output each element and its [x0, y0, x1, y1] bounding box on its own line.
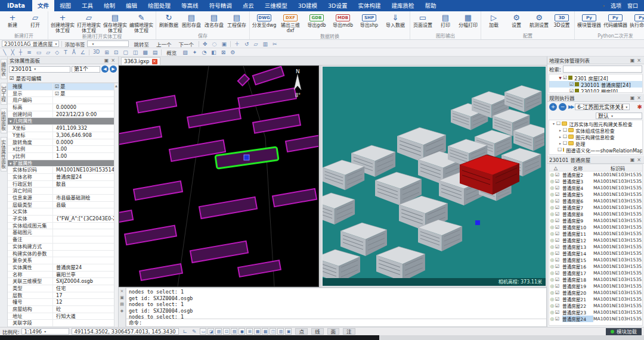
checkbox[interactable]: ☑ [555, 251, 561, 256]
anchor-tool-icon[interactable]: Å [71, 49, 77, 55]
expander-icon[interactable]: ▾ [551, 121, 556, 126]
globe-icon[interactable]: ◎ [549, 192, 555, 197]
2d-map-viewport[interactable]: N 8° [119, 65, 319, 287]
3d-viewport[interactable]: 相机高程: 373.11米 [321, 65, 547, 287]
checkbox[interactable]: ☑ [555, 270, 561, 276]
globe-icon[interactable]: ◎ [549, 224, 555, 230]
next-entity-button[interactable]: ▶ [110, 65, 117, 73]
menu-item[interactable]: 等高线 [176, 0, 204, 11]
property-row[interactable]: 实体名称 普通房屋24 [8, 174, 118, 181]
checkbox[interactable]: ☑ [555, 172, 561, 177]
copy-icon[interactable]: ▱ [252, 41, 259, 47]
entity-row[interactable]: ◎ ☑ 普通房屋16 MA1001NE103H1535... [549, 263, 642, 270]
mode-point-button[interactable]: 点 [295, 328, 308, 335]
pan-icon[interactable]: ✥ [202, 41, 209, 47]
tree-row[interactable]: ☑ 230102 棚房[0] [549, 88, 642, 93]
ribbon-button[interactable]: +创建地理实体工程 [49, 12, 76, 33]
globe-icon[interactable]: ◎ [549, 290, 555, 295]
property-row[interactable]: 实体构建方式 [8, 244, 118, 251]
rule-default-select[interactable]: 默认▾ [596, 113, 642, 119]
toggle-fill-icon[interactable]: ◪ [208, 328, 214, 335]
property-row[interactable]: y比例 1.00 [8, 153, 118, 160]
entity-row[interactable]: ◎ ☑ 普通房屋7 MA1001NE103H1535... [549, 204, 642, 211]
dock-tab-3d-project[interactable]: 3D工程 [1, 83, 7, 105]
command-input[interactable]: 命令: [126, 319, 547, 327]
globe-icon[interactable]: ◎ [549, 205, 555, 210]
toggle-shade-icon[interactable]: ▧ [231, 328, 237, 335]
menu-item[interactable]: 视图 [54, 0, 76, 11]
property-row[interactable]: 消亡时间 [8, 188, 118, 195]
globe-icon[interactable]: ◎ [549, 297, 555, 302]
property-row[interactable]: 标高 0.00000 [8, 104, 118, 111]
tree-row[interactable]: ▸ ☐ 图元构建信息检查 [549, 133, 642, 140]
remove-rule-button[interactable]: − [559, 103, 566, 111]
menu-item[interactable]: 建库质检 [386, 0, 419, 11]
globe-icon[interactable]: ◎ [549, 283, 555, 289]
menu-item[interactable]: 帮助 [419, 0, 441, 11]
ribbon-button[interactable]: Py代码编辑器 [602, 12, 628, 28]
prev-entity-button[interactable]: ◀ [101, 65, 109, 73]
ribbon-button[interactable]: ⇓导入数据 [382, 12, 408, 28]
checkbox[interactable]: ☑ [555, 283, 561, 289]
entity-row[interactable]: ◎ ☑ 普通房屋6 MA1001NE103H1535... [549, 198, 642, 204]
expander-icon[interactable]: ▼ [558, 76, 563, 80]
ribbon-button[interactable]: DXF输出三维dxf [277, 12, 304, 33]
float-panel-icon[interactable]: ▣ [629, 95, 636, 101]
image-tool-icon[interactable]: ▩ [141, 49, 149, 55]
entity-row[interactable]: ◎ ☑ 普通房屋5 MA1001NE103H1535... [549, 191, 642, 198]
close-icon[interactable]: × [636, 58, 642, 63]
paste-icon[interactable]: ▥ [261, 41, 269, 47]
ribbon-button[interactable]: ▱打开 [24, 12, 47, 28]
entity-row[interactable]: ◎ ☑ 普通房屋22 MA1001NE103H1535... [549, 302, 642, 309]
checkbox[interactable]: ☑ [555, 264, 561, 269]
globe-icon[interactable]: ◎ [549, 270, 555, 276]
polyline-tool-icon[interactable]: ╳ [10, 49, 15, 55]
property-row[interactable]: X坐标 491,109.332 [8, 125, 118, 132]
property-row[interactable]: 实体属性 普通房屋24 [8, 264, 118, 272]
toggle-grid-icon[interactable]: ⊞ [246, 328, 253, 335]
menu-item[interactable]: 3D建模 [293, 0, 323, 11]
checkbox[interactable]: ☐ [558, 147, 562, 152]
close-icon[interactable]: × [152, 59, 157, 64]
prev-button[interactable]: 上一个 [154, 40, 174, 48]
property-row[interactable]: 旋转角度 0.0000 [8, 139, 118, 146]
checkbox[interactable]: ☑ [563, 75, 567, 80]
globe-icon[interactable]: ◎ [549, 238, 555, 243]
entity-row[interactable]: ◎ ☑ 普通房屋9 MA1001NE103H1535... [549, 217, 642, 224]
property-row[interactable]: Y坐标 3,306,646.908 [8, 132, 118, 139]
checkbox[interactable]: ☑ [555, 185, 561, 191]
rotate-icon[interactable]: ↺ [243, 41, 250, 47]
menu-item[interactable]: 编辑 [120, 0, 143, 11]
checkbox[interactable]: ☑ [555, 297, 561, 302]
entity-row[interactable]: ◎ ☑ 普通房屋2 MA1001NE103H1535... [549, 171, 642, 178]
globe-icon[interactable]: ◎ [549, 211, 555, 217]
bookmark-view-icon[interactable]: ▧ [181, 49, 189, 55]
ribbon-button[interactable]: Py模块管理器 [576, 12, 602, 28]
ribbon-button[interactable]: ▤保存地理实体工程 [102, 12, 128, 33]
split-view-icon[interactable]: ◧ [210, 49, 218, 55]
menu-options[interactable]: 选项 [611, 2, 621, 10]
tree-row[interactable]: ☐ 图谱语义化——showRelationMap [549, 146, 642, 153]
expander-icon[interactable]: ▸ [558, 135, 563, 139]
checkbox[interactable]: ☑ [555, 316, 561, 322]
toggle-solid-icon[interactable]: ◼ [239, 328, 245, 335]
entity-row[interactable]: ◎ ☑ 普通房屋17 MA1001NE103H1535... [549, 270, 642, 276]
property-row[interactable]: 信息来源 市县级基础测绘 [8, 195, 118, 202]
mode-polygon-button[interactable]: 面 [327, 328, 340, 335]
close-icon[interactable]: × [636, 95, 642, 101]
close-icon[interactable]: × [636, 157, 642, 163]
checkbox[interactable]: ☐ [563, 127, 567, 133]
ribbon-button[interactable]: ⚙设置 [505, 12, 528, 28]
next-button[interactable]: 下一个 [176, 40, 196, 48]
ribbon-button[interactable]: ▤工程保存 [225, 12, 248, 28]
checkbox[interactable]: ☑ [555, 303, 561, 308]
property-row[interactable]: 关联三维模型 SXJZ0004.osgb [8, 278, 118, 285]
globe-icon[interactable]: ◎ [549, 179, 555, 184]
ribbon-button[interactable]: ▤图形存盘 [180, 12, 203, 28]
toggle-snap-icon[interactable]: ▣ [285, 328, 292, 335]
property-row[interactable]: 基础图元 [8, 229, 118, 236]
ribbon-button[interactable]: ▤打印 [434, 12, 457, 28]
3d-mode-icon[interactable]: 3D [92, 49, 101, 55]
tree-row[interactable]: ▸ ☐ 实体组成信息检查 [549, 127, 642, 133]
tree-row[interactable]: ▸ ☐ 处理 [549, 140, 642, 146]
